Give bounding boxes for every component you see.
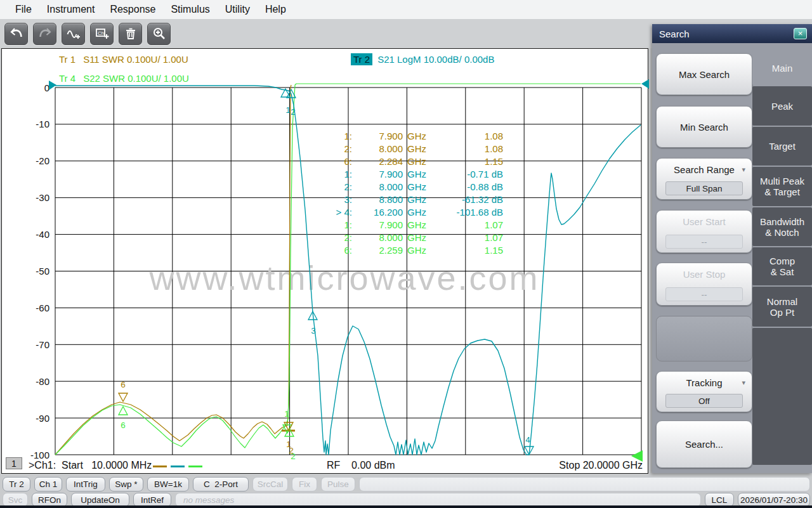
menu-file[interactable]: File (8, 4, 39, 15)
status-svc[interactable]: Svc (3, 493, 28, 507)
marker-row-active: > 4:16.200GHz-101.68 dB (331, 206, 503, 219)
status-active-channel[interactable]: Ch 1 (34, 477, 62, 492)
menu-stimulus[interactable]: Stimulus (163, 4, 217, 15)
delete-button[interactable] (119, 23, 142, 45)
marker-number-label: 4 (525, 435, 530, 445)
search-panel: Search × Max Search Min Search Search Ra… (652, 24, 812, 473)
marker-row: 1:7.900GHz-0.71 dB (331, 168, 503, 181)
trace4-color-key (188, 466, 202, 467)
tab-normal-op-pt[interactable]: Normal Op Pt (752, 287, 812, 327)
add-channel-icon: Ch (95, 26, 110, 41)
status-pulse[interactable]: Pulse (321, 477, 355, 492)
marker-row: 2:8.000GHz-0.88 dB (331, 181, 503, 193)
status-row-1: Tr 2 Ch 1 IntTrig Swp * BW=1k C 2-Port S… (3, 477, 810, 492)
tracking-button[interactable]: Tracking ▾ Off (656, 371, 752, 412)
user-start-button[interactable]: User Start -- (656, 210, 752, 253)
status-fix[interactable]: Fix (292, 477, 317, 492)
status-int-ref[interactable]: IntRef (133, 493, 171, 507)
tracking-value: Off (665, 394, 743, 408)
close-icon[interactable]: × (794, 28, 807, 39)
status-blank (359, 477, 810, 492)
marker-table: 1:7.900GHz1.08 2:8.000GHz1.08 6:2.284GHz… (331, 130, 503, 257)
rf-power-label: RF 0.00 dBm (327, 460, 395, 471)
y-axis-label: -70 (36, 339, 49, 350)
max-search-button[interactable]: Max Search (656, 53, 752, 95)
search-range-value: Full Span (665, 181, 743, 195)
menu-instrument[interactable]: Instrument (39, 4, 103, 15)
y-axis-label: -60 (36, 303, 49, 313)
marker-number-label: 2 (291, 107, 296, 117)
redo-button[interactable] (33, 23, 56, 45)
status-if-bandwidth[interactable]: BW=1k (147, 477, 189, 492)
blank-panel-button (656, 316, 752, 361)
status-calibration[interactable]: C 2-Port (193, 477, 249, 492)
y-axis-label: -90 (36, 413, 49, 424)
marker-row: 2:8.000GHz1.08 (331, 143, 503, 155)
search-dialog-button[interactable]: Search... (656, 420, 752, 468)
reference-level-arrow (641, 79, 649, 89)
y-axis-label: -30 (36, 192, 49, 203)
add-trace-icon (66, 26, 81, 41)
add-channel-button[interactable]: Ch (90, 23, 114, 45)
instrument-screen: Tr 1S11 SWR 0.100U/ 1.00U Tr 2S21 LogM 1… (1, 48, 648, 474)
chevron-down-icon: ▾ (742, 166, 745, 174)
marker-number-label: 6 (121, 420, 126, 430)
menu-response[interactable]: Response (102, 4, 163, 15)
watermark: www.wtmicrowave.com (148, 259, 539, 297)
status-active-trace[interactable]: Tr 2 (3, 477, 30, 492)
status-rf-on[interactable]: RFOn (32, 493, 67, 507)
status-update-on[interactable]: UpdateOn (71, 493, 129, 507)
channel-number-badge[interactable]: 1 (6, 457, 22, 469)
search-range-label: Search Range (674, 164, 735, 175)
trace2-color-key (171, 466, 185, 467)
plot-area[interactable]: 0-10-20-30-40-50-60-70-80-90-100www.wtmi… (2, 49, 649, 474)
search-panel-title: Search (659, 29, 690, 39)
trace1-color-key (153, 466, 167, 467)
redo-icon (37, 26, 53, 41)
marker-symbol (119, 393, 128, 401)
tracking-label: Tracking (686, 377, 723, 388)
marker-number-label: 1 (284, 409, 289, 419)
window-bottom-edge (0, 505, 812, 508)
menu-utility[interactable]: Utility (218, 4, 258, 15)
search-tab-column: Main Peak Target Multi Peak & Target Ban… (752, 51, 812, 465)
undo-button[interactable] (4, 23, 28, 45)
marker-number-label: 3 (311, 326, 316, 335)
marker-number-label: 2 (291, 452, 296, 461)
trash-icon (123, 26, 138, 41)
tab-comp-and-sat[interactable]: Comp & Sat (752, 247, 812, 285)
channel-start-label: >Ch1: Start 10.0000 MHz (29, 460, 152, 471)
chevron-down-icon: ▾ (742, 379, 745, 387)
marker-row: 6:2.284GHz1.15 (331, 155, 503, 168)
y-axis-label: -100 (30, 450, 49, 460)
svg-text:Ch: Ch (98, 30, 104, 36)
marker-row: 3:8.800GHz-61.32 dB (331, 193, 503, 206)
status-srccal[interactable]: SrcCal (252, 477, 288, 492)
status-sweep[interactable]: Swp * (109, 477, 143, 492)
zoom-icon (152, 26, 167, 41)
tab-peak[interactable]: Peak (752, 86, 812, 126)
y-axis-label: -10 (36, 119, 49, 129)
status-lcl[interactable]: LCL (705, 493, 734, 507)
status-row-2: Svc RFOn UpdateOn IntRef no messages LCL… (3, 493, 810, 507)
y-axis-label: -80 (36, 376, 49, 387)
tab-target[interactable]: Target (752, 127, 812, 166)
menu-help[interactable]: Help (258, 4, 294, 15)
search-panel-body: Max Search Min Search Search Range ▾ Ful… (652, 43, 812, 473)
tab-multi-peak-and-target[interactable]: Multi Peak & Target (752, 167, 812, 206)
user-stop-value: -- (665, 287, 743, 301)
user-stop-button[interactable]: User Stop -- (656, 263, 752, 306)
min-search-button[interactable]: Min Search (656, 106, 752, 148)
status-trigger[interactable]: IntTrig (66, 477, 105, 492)
zoom-button[interactable] (147, 23, 171, 45)
tab-main[interactable]: Main (752, 51, 812, 85)
y-axis-label: -20 (36, 155, 49, 166)
y-axis-label: -50 (36, 266, 49, 277)
undo-icon (9, 26, 24, 41)
status-datetime: 2026/01/07-20:30 (738, 493, 810, 507)
add-trace-button[interactable] (62, 23, 85, 45)
tab-bandwidth-and-notch[interactable]: Bandwidth & Notch (752, 207, 812, 246)
marker-row: 6:2.259GHz1.15 (331, 244, 503, 257)
marker-number-label: 6 (121, 380, 126, 389)
search-range-button[interactable]: Search Range ▾ Full Span (656, 158, 752, 200)
